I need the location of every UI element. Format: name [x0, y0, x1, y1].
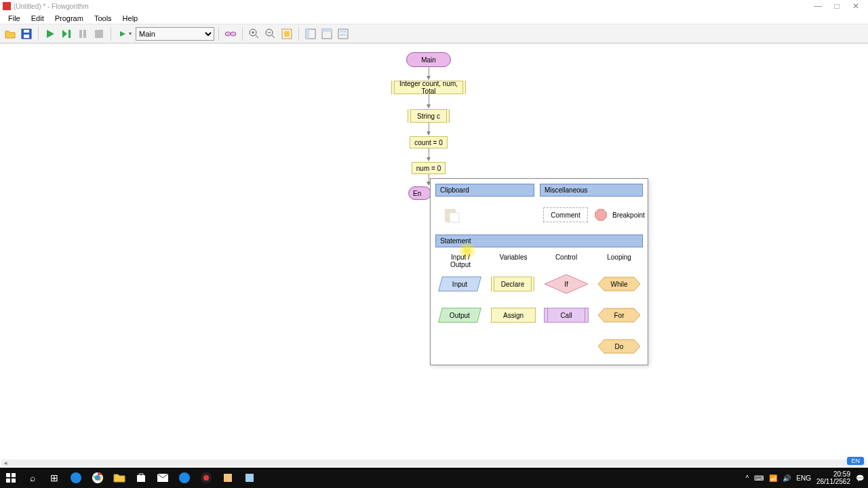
maximize-button[interactable]: □ [827, 0, 846, 12]
cat-loop: Looping [599, 253, 639, 261]
pause-icon[interactable] [75, 26, 90, 41]
svg-rect-2 [24, 30, 29, 33]
svg-point-31 [71, 472, 81, 483]
node-main[interactable]: Main [406, 52, 451, 67]
svg-rect-28 [12, 473, 16, 477]
shape-do[interactable]: Do [597, 339, 641, 354]
breakpoint-button[interactable]: Breakpoint [595, 209, 645, 221]
menu-file[interactable]: File [3, 14, 26, 22]
svg-rect-4 [79, 30, 82, 38]
step-icon[interactable] [59, 26, 74, 41]
arrow [429, 123, 429, 135]
arrow [429, 67, 429, 79]
stop-icon[interactable] [92, 26, 106, 41]
tray-input-icon[interactable]: ⌨ [754, 474, 764, 482]
svg-rect-16 [322, 29, 332, 32]
tray-chevron-icon[interactable]: ^ [746, 474, 749, 482]
header-misc: Miscellaneous [540, 184, 643, 197]
shape-call[interactable]: Call [544, 308, 589, 323]
explorer-icon[interactable] [108, 468, 130, 488]
cat-vars: Variables [493, 253, 534, 261]
taskbar: ⌕ ⊞ ^ ⌨ 📶 🔊 ENG 20:59 26/11/2562 💬 [0, 468, 868, 488]
run-speed-icon[interactable]: ▾ [115, 26, 134, 41]
toolbar: ▾ Main [0, 24, 868, 43]
window-title: (Untitled) * - Flowgorithm [14, 3, 808, 10]
minimize-button[interactable]: — [808, 0, 827, 12]
view3-icon[interactable] [336, 26, 351, 41]
shape-picker-popup: Clipboard Miscellaneous Comment Breakpoi… [430, 178, 648, 365]
flowgorithm-task-icon[interactable] [239, 468, 260, 488]
svg-rect-21 [450, 213, 459, 222]
menu-program[interactable]: Program [50, 14, 89, 22]
language-badge[interactable]: EN [847, 457, 864, 465]
svg-rect-34 [137, 475, 145, 482]
node-declare-2[interactable]: String c [410, 109, 448, 123]
node-assign-1[interactable]: count = 0 [410, 136, 448, 148]
start-button[interactable] [0, 468, 22, 488]
shape-output[interactable]: Output [438, 308, 481, 323]
close-button[interactable]: ✕ [846, 0, 865, 12]
svg-point-8 [231, 32, 236, 36]
chrome-icon[interactable] [87, 468, 108, 488]
app1-icon[interactable] [174, 468, 195, 488]
paste-icon[interactable] [444, 207, 460, 224]
svg-rect-18 [340, 30, 347, 33]
view2-icon[interactable] [319, 26, 334, 41]
shape-while[interactable]: While [597, 277, 641, 291]
menu-tools[interactable]: Tools [89, 14, 117, 22]
comment-button[interactable]: Comment [543, 207, 588, 222]
svg-rect-3 [68, 30, 71, 38]
edge-icon[interactable] [65, 468, 87, 488]
save-icon[interactable] [19, 26, 34, 41]
header-statement: Statement [435, 235, 643, 247]
node-declare-1[interactable]: Integer count, num, Total [393, 81, 464, 94]
zoom-out-icon[interactable] [263, 26, 278, 41]
arrow [429, 94, 429, 108]
tray-clock[interactable]: 20:59 26/11/2562 [816, 470, 850, 485]
svg-rect-14 [306, 29, 309, 39]
layout-icon[interactable] [223, 26, 238, 41]
svg-point-38 [203, 475, 209, 481]
taskview-icon[interactable]: ⊞ [43, 468, 65, 488]
store-icon[interactable] [130, 468, 152, 488]
open-icon[interactable] [3, 26, 18, 41]
breakpoint-icon [595, 209, 607, 221]
svg-rect-29 [6, 479, 10, 483]
shape-declare[interactable]: Declare [493, 277, 532, 291]
tray-notifications-icon[interactable]: 💬 [856, 474, 864, 482]
app2-icon[interactable] [217, 468, 239, 488]
svg-rect-5 [83, 30, 86, 38]
search-icon[interactable]: ⌕ [22, 468, 43, 488]
flowchart-canvas[interactable]: Main Integer count, num, Total String c … [0, 43, 868, 473]
view1-icon[interactable] [303, 26, 318, 41]
titlebar: (Untitled) * - Flowgorithm — □ ✕ [0, 0, 868, 12]
header-clipboard: Clipboard [435, 184, 534, 197]
fit-icon[interactable] [279, 26, 294, 41]
horizontal-scrollbar[interactable]: ◄► [1, 460, 867, 466]
svg-rect-1 [24, 35, 29, 38]
tray-volume-icon[interactable]: 🔊 [783, 474, 791, 482]
run-icon[interactable] [43, 26, 58, 41]
cat-io: Input / Output [440, 253, 481, 268]
system-tray[interactable]: ^ ⌨ 📶 🔊 ENG 20:59 26/11/2562 💬 [746, 470, 868, 485]
svg-rect-39 [224, 474, 232, 482]
svg-rect-6 [95, 30, 103, 38]
shape-if[interactable]: If [544, 274, 589, 294]
arrow [429, 174, 429, 185]
menu-help[interactable]: Help [117, 14, 144, 22]
mail-icon[interactable] [152, 468, 174, 488]
svg-rect-30 [12, 479, 16, 483]
record-icon[interactable] [195, 468, 217, 488]
breakpoint-label: Breakpoint [612, 211, 645, 219]
menu-edit[interactable]: Edit [26, 14, 50, 22]
shape-assign[interactable]: Assign [491, 308, 536, 323]
function-selector[interactable]: Main [136, 27, 214, 41]
node-assign-2[interactable]: num = 0 [412, 162, 446, 174]
shape-for[interactable]: For [597, 308, 641, 323]
shape-input[interactable]: Input [438, 277, 481, 291]
tray-lang[interactable]: ENG [796, 474, 811, 482]
zoom-in-icon[interactable] [247, 26, 262, 41]
tray-network-icon[interactable]: 📶 [769, 474, 777, 482]
node-end-partial[interactable]: En [408, 186, 431, 200]
svg-rect-40 [245, 474, 254, 482]
